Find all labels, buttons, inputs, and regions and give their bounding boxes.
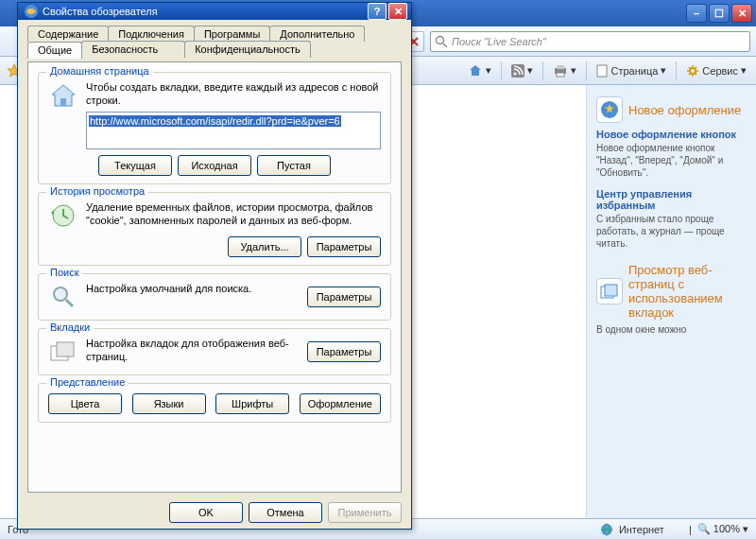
svg-point-2 <box>514 72 517 75</box>
use-default-button[interactable]: Исходная <box>178 155 251 176</box>
dialog-titlebar: Свойства обозревателя ? ✕ <box>18 3 411 20</box>
minimize-button[interactable]: – <box>686 4 707 23</box>
rss-icon <box>511 64 524 78</box>
print-icon <box>553 64 568 78</box>
tab-security[interactable]: Безопасность <box>81 41 185 58</box>
zoom-text[interactable]: 🔍 100% ▾ <box>697 523 748 535</box>
tab-strip: Содержание Подключения Программы Дополни… <box>27 26 402 58</box>
svg-point-0 <box>437 36 444 43</box>
tab-connections[interactable]: Подключения <box>108 26 195 42</box>
group-legend: Вкладки <box>46 322 94 333</box>
tools-menu[interactable]: Сервис▾ <box>686 64 747 78</box>
tab-panel-general: Домашняя страница Чтобы создать вкладки,… <box>27 61 402 493</box>
history-icon <box>48 200 78 231</box>
fonts-button[interactable]: Шрифты <box>215 393 289 414</box>
homepage-url-input[interactable]: http://www.microsoft.com/isapi/redir.dll… <box>86 112 381 149</box>
group-search: Поиск Настройка умолчаний для поиска. Па… <box>38 273 391 321</box>
feature-title: Просмотр веб-страниц с использованием вк… <box>628 263 747 320</box>
delete-button[interactable]: Удалить... <box>228 236 301 257</box>
star-badge-icon <box>596 96 623 123</box>
group-legend: Представление <box>46 376 129 388</box>
feature-subtitle: Новое оформление кнопок <box>596 129 747 140</box>
page-menu[interactable]: Страница▾ <box>596 64 666 78</box>
feature-subtitle: Центр управления избранным <box>596 188 747 211</box>
search-settings-button[interactable]: Параметры <box>307 287 381 307</box>
print-button[interactable]: ▾ <box>553 64 576 78</box>
group-appearance: Представление Цвета Языки Шрифты Оформле… <box>38 383 391 423</box>
close-button[interactable]: ✕ <box>731 4 752 23</box>
search-placeholder: Поиск "Live Search" <box>452 36 546 47</box>
feature-title: Новое оформление <box>628 103 741 117</box>
tab-advanced[interactable]: Дополнительно <box>269 26 365 42</box>
svg-rect-6 <box>597 65 607 77</box>
svg-rect-14 <box>60 98 66 106</box>
ie-icon <box>24 4 39 19</box>
feature-desc: В одном окне можно <box>596 323 747 336</box>
tabs-text: Настройка вкладок для отображения веб-ст… <box>86 337 300 364</box>
svg-rect-18 <box>57 342 74 356</box>
feature-desc: С избранным стало проще работать, а журн… <box>596 213 747 250</box>
apply-button[interactable]: Применить <box>328 502 402 523</box>
home-icon <box>48 80 78 111</box>
gear-icon <box>686 64 699 78</box>
group-legend: История просмотра <box>46 185 148 197</box>
maximize-button[interactable]: ☐ <box>709 4 730 23</box>
tab-content[interactable]: Содержание <box>27 26 109 42</box>
colors-button[interactable]: Цвета <box>48 393 122 414</box>
ok-button[interactable]: OK <box>169 502 243 523</box>
group-history: История просмотра Удаление временных фай… <box>38 192 391 266</box>
close-button[interactable]: ✕ <box>388 3 407 20</box>
tab-programs[interactable]: Программы <box>194 26 270 42</box>
search-text: Настройка умолчаний для поиска. <box>86 282 300 295</box>
zone-text: Интернет <box>619 524 664 535</box>
globe-icon <box>600 523 613 536</box>
svg-rect-5 <box>557 73 564 77</box>
group-homepage: Домашняя страница Чтобы создать вкладки,… <box>38 72 391 184</box>
history-text: Удаление временных файлов, истории просм… <box>86 200 381 228</box>
tabs-settings-button[interactable]: Параметры <box>307 341 381 362</box>
group-legend: Поиск <box>46 267 82 278</box>
homepage-text: Чтобы создать вкладки, введите каждый из… <box>86 80 381 108</box>
page-icon <box>596 64 608 78</box>
search-icon <box>48 282 78 312</box>
tab-privacy[interactable]: Конфиденциальность <box>184 41 311 58</box>
use-blank-button[interactable]: Пустая <box>257 155 331 176</box>
svg-rect-4 <box>557 65 564 69</box>
search-input[interactable]: Поиск "Live Search" <box>430 31 750 52</box>
group-tabs: Вкладки Настройка вкладок для отображени… <box>38 328 391 375</box>
feeds-button[interactable]: ▾ <box>511 64 533 78</box>
cancel-button[interactable]: Отмена <box>249 502 322 523</box>
home-icon <box>468 63 483 78</box>
languages-button[interactable]: Языки <box>132 393 206 414</box>
internet-options-dialog: Свойства обозревателя ? ✕ Содержание Под… <box>17 2 412 530</box>
tabs-icon <box>596 278 623 304</box>
tab-general[interactable]: Общие <box>27 42 82 59</box>
feature-desc: Новое оформление кнопок "Назад", "Вперед… <box>596 142 747 179</box>
search-icon <box>435 35 448 48</box>
svg-rect-10 <box>605 285 617 296</box>
svg-point-16 <box>54 287 67 301</box>
group-legend: Домашняя страница <box>46 65 153 77</box>
sidebar: Новое оформление Новое оформление кнопок… <box>586 85 756 518</box>
history-settings-button[interactable]: Параметры <box>307 236 381 257</box>
svg-point-7 <box>690 68 696 74</box>
accessibility-button[interactable]: Оформление <box>300 393 381 414</box>
tabs-icon <box>48 337 78 367</box>
dialog-footer: OK Отмена Применить <box>18 496 411 530</box>
home-button[interactable]: ▾ <box>468 63 491 78</box>
use-current-button[interactable]: Текущая <box>98 155 172 176</box>
help-button[interactable]: ? <box>368 3 387 20</box>
dialog-title: Свойства обозревателя <box>43 6 158 17</box>
